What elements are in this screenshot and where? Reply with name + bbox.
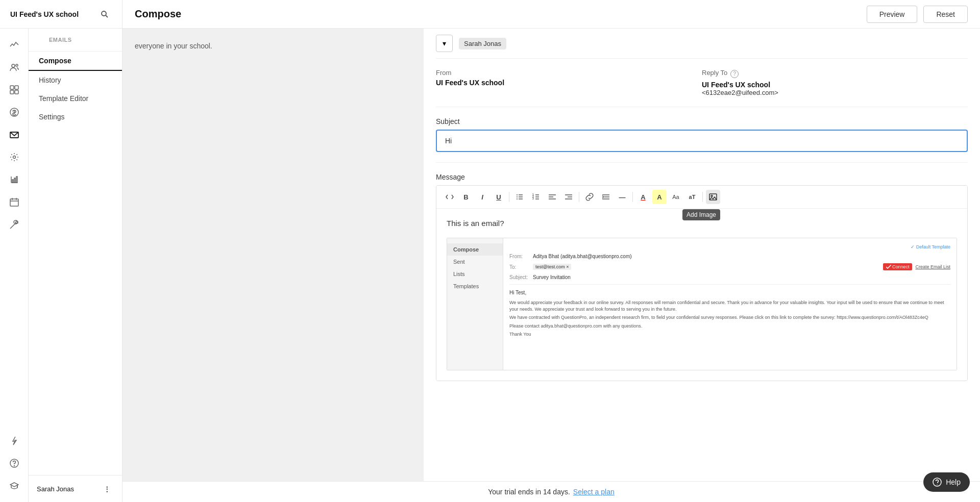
email-ss-body-para2: We have contracted with QuestionPro, an …: [509, 314, 950, 321]
from-reply-section: From UI Feed's UX school Reply To ? UI F…: [436, 59, 968, 107]
email-ss-from-value: Aditya Bhat (aditya.bhat@questionpro.com…: [533, 254, 632, 259]
svg-rect-16: [10, 199, 18, 206]
svg-text:3: 3: [532, 197, 534, 200]
toolbar-text-color-button[interactable]: A: [636, 190, 650, 204]
email-ss-body: Hi Test, We would appreciate your feedba…: [509, 289, 950, 338]
icon-users[interactable]: [4, 57, 24, 78]
toolbar-font-size-button[interactable]: Aa: [669, 190, 683, 204]
icon-gear[interactable]: [4, 147, 24, 167]
email-ss-to-tag: test@test.com ×: [533, 264, 571, 270]
toolbar-italic-button[interactable]: I: [475, 190, 489, 204]
email-ss-templates-item: Templates: [447, 280, 503, 292]
icon-help-circle[interactable]: [4, 453, 24, 473]
svg-rect-13: [12, 180, 13, 183]
separator-2: [579, 192, 579, 202]
reset-button[interactable]: Reset: [923, 6, 968, 23]
toolbar-bold-button[interactable]: B: [459, 190, 473, 204]
email-ss-from-label: From:: [509, 254, 530, 259]
icon-mail[interactable]: [4, 124, 24, 145]
email-preview-screenshot: Compose Sent Lists Templates ✓ Default T…: [447, 238, 957, 370]
email-ss-create-list-link: Create Email List: [915, 264, 950, 269]
sidebar-item-history[interactable]: History: [29, 71, 122, 89]
email-ss-sidebar: Compose Sent Lists Templates: [447, 238, 503, 370]
toolbar-link-button[interactable]: [582, 190, 597, 204]
email-ss-default-template: ✓ Default Template: [911, 244, 950, 249]
svg-rect-5: [15, 86, 18, 89]
reply-to-label: Reply To: [702, 69, 727, 77]
trial-message: Your trial ends in 14 days.: [488, 488, 570, 496]
separator-3: [632, 192, 633, 202]
email-ss-main: ✓ Default Template From: Aditya Bhat (ad…: [503, 238, 957, 370]
svg-point-45: [711, 195, 713, 197]
email-ss-body-para3: Please contact aditya.bhat@questionpro.c…: [509, 323, 950, 330]
icon-tools[interactable]: [4, 214, 24, 235]
help-label: Help: [946, 478, 961, 486]
recipient-tag: Sarah Jonas: [459, 38, 506, 49]
info-icon[interactable]: ?: [730, 70, 739, 78]
sidebar-item-template-editor[interactable]: Template Editor: [29, 89, 122, 108]
icon-dashboard[interactable]: [4, 80, 24, 100]
recipient-dropdown[interactable]: ▾: [436, 35, 453, 52]
separator-1: [509, 192, 509, 202]
emails-section-label: EMAILS: [39, 37, 112, 47]
search-button[interactable]: [97, 7, 112, 21]
sidebar-item-settings[interactable]: Settings: [29, 108, 122, 126]
toolbar-align-right-button[interactable]: [561, 190, 576, 204]
email-ss-compose-item: Compose: [447, 243, 503, 256]
icon-calendar[interactable]: [4, 192, 24, 212]
toolbar-underline-button[interactable]: U: [492, 190, 506, 204]
svg-point-10: [13, 156, 15, 159]
reply-to-block: Reply To ? UI Feed's UX school <6132eae2…: [702, 69, 968, 96]
toolbar-image-button[interactable]: [706, 190, 720, 204]
subject-section: Subject: [436, 107, 968, 163]
recipient-row: ▾ Sarah Jonas: [436, 29, 968, 59]
preview-button[interactable]: Preview: [867, 6, 918, 23]
svg-line-1: [106, 15, 108, 17]
icon-lightning[interactable]: [4, 431, 24, 451]
email-ss-lists-item: Lists: [447, 268, 503, 280]
separator-4: [702, 192, 703, 202]
toolbar-highlight-button[interactable]: A: [652, 190, 667, 204]
from-block: From UI Feed's UX school: [436, 69, 702, 96]
svg-rect-15: [16, 177, 17, 183]
toolbar-indent-button[interactable]: [599, 190, 613, 204]
icon-revenue[interactable]: [4, 102, 24, 122]
chevron-down-icon: ▾: [443, 39, 446, 47]
app-title: UI Feed's UX school: [10, 10, 79, 18]
icon-graduation[interactable]: [4, 475, 24, 496]
svg-point-3: [16, 64, 18, 66]
email-ss-to-row: To: test@test.com × Connect Create Email…: [509, 263, 950, 270]
toolbar-bullet-list-button[interactable]: [512, 190, 527, 204]
trial-select-plan-link[interactable]: Select a plan: [573, 488, 615, 496]
toolbar-hr-button[interactable]: —: [615, 190, 629, 204]
reply-to-email: <6132eae2@uifeed.com>: [702, 89, 968, 96]
svg-rect-6: [10, 90, 14, 94]
subject-input[interactable]: [436, 130, 968, 152]
subject-label: Subject: [436, 117, 968, 126]
svg-point-28: [517, 198, 518, 199]
message-section: Message B I U 123: [436, 163, 968, 391]
email-ss-connect-btn: Connect: [883, 263, 913, 270]
sidebar-item-compose[interactable]: Compose: [29, 52, 122, 71]
email-ss-thank-you: Thank You: [509, 331, 950, 338]
email-ss-action-buttons: Connect Create Email List: [883, 263, 950, 270]
footer-more-button[interactable]: ⋮: [100, 482, 114, 496]
toolbar-text-transform-button[interactable]: aT: [685, 190, 699, 204]
toolbar-align-left-button[interactable]: [545, 190, 559, 204]
add-image-tooltip: Add Image: [682, 209, 720, 220]
toolbar-code-button[interactable]: [443, 190, 457, 204]
icon-activity[interactable]: [4, 35, 24, 55]
from-value: UI Feed's UX school: [436, 79, 702, 87]
help-button[interactable]: Help: [923, 472, 970, 492]
message-label: Message: [436, 173, 968, 181]
email-ss-sent-item: Sent: [447, 256, 503, 268]
icon-analytics[interactable]: [4, 169, 24, 190]
svg-rect-14: [14, 178, 15, 183]
toolbar-numbered-list-button[interactable]: 123: [529, 190, 543, 204]
message-editor: B I U 123: [436, 185, 968, 381]
editor-toolbar: B I U 123: [436, 186, 967, 209]
email-ss-subject-value: Survey Invitation: [533, 274, 571, 280]
svg-point-26: [517, 194, 518, 195]
svg-point-21: [14, 466, 14, 466]
editor-content[interactable]: This is an email? Compose Sent Lists Tem…: [436, 209, 967, 381]
